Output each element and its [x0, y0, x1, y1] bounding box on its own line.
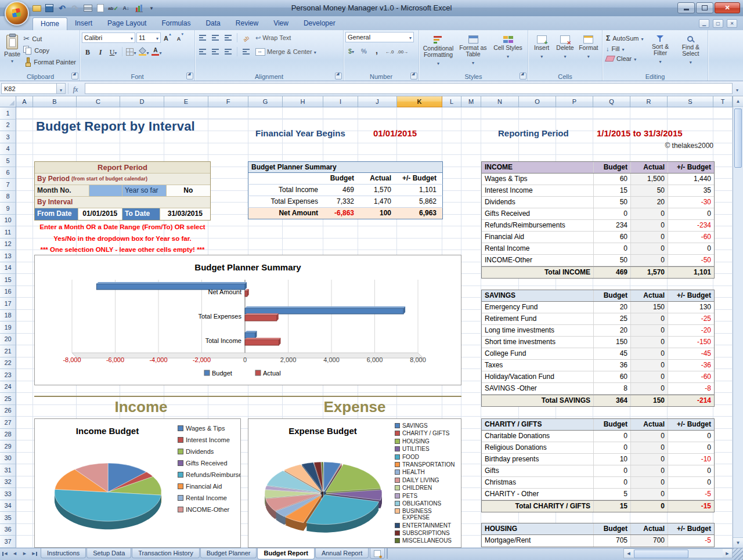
cell[interactable]: 234: [594, 220, 631, 231]
financial-year-label[interactable]: Financial Year Begins: [255, 128, 345, 138]
insert-worksheet-button[interactable]: [370, 548, 385, 559]
cell[interactable]: 5,862: [395, 196, 440, 207]
row-header-29[interactable]: 29: [0, 440, 16, 453]
cell[interactable]: 0: [631, 360, 668, 371]
cell[interactable]: 0: [631, 255, 668, 266]
ribbon-tab-formulas[interactable]: Formulas: [154, 17, 198, 30]
formula-input[interactable]: [85, 83, 733, 94]
align-left-button[interactable]: [197, 46, 208, 57]
vertical-scrollbar[interactable]: [733, 96, 743, 548]
row-header-15[interactable]: 15: [0, 274, 16, 286]
cell[interactable]: 1,570: [358, 185, 395, 196]
cell[interactable]: -6,863: [323, 208, 358, 219]
cell[interactable]: [248, 173, 323, 184]
sheet-tab-setup-data[interactable]: Setup Data: [86, 548, 131, 558]
workbook-close-button[interactable]: [727, 19, 737, 28]
reporting-period-value[interactable]: 1/1/2015 to 31/3/2015: [597, 128, 683, 138]
sheet-tab-budget-planner[interactable]: Budget Planner: [200, 548, 257, 558]
cell[interactable]: -5: [668, 489, 714, 500]
dialog-launcher-icon[interactable]: [335, 73, 342, 80]
column-header-j[interactable]: J: [358, 96, 397, 107]
to-date-value[interactable]: 31/03/2015: [160, 208, 210, 220]
report-period-title[interactable]: Report Period: [35, 162, 210, 174]
dialog-launcher-icon[interactable]: [186, 73, 193, 80]
ribbon-tab-page-layout[interactable]: Page Layout: [100, 17, 154, 30]
tab-scroll-first-button[interactable]: [0, 548, 10, 559]
row-header-11[interactable]: 11: [0, 226, 16, 239]
cell[interactable]: 1,101: [668, 267, 714, 278]
column-header-cell[interactable]: +/- Budget: [668, 523, 714, 534]
workbook-restore-button[interactable]: [713, 19, 723, 28]
cell[interactable]: 100: [358, 208, 395, 219]
autosum-button[interactable]: AutoSum: [604, 34, 645, 43]
row-header-34[interactable]: 34: [0, 500, 16, 512]
cell[interactable]: 469: [594, 267, 631, 278]
scroll-up-button[interactable]: [733, 96, 743, 107]
clear-button[interactable]: Clear: [604, 55, 645, 63]
column-header-k[interactable]: K: [397, 96, 442, 107]
cell[interactable]: Gifts Received: [482, 208, 594, 219]
cell[interactable]: 5: [594, 489, 631, 500]
cell[interactable]: 20: [594, 325, 631, 336]
font-size-select[interactable]: 11: [136, 32, 161, 43]
cell[interactable]: 0: [594, 442, 631, 453]
cell[interactable]: 35: [668, 185, 714, 196]
column-header-o[interactable]: O: [519, 96, 556, 107]
row-header-18[interactable]: 18: [0, 310, 16, 322]
column-header-i[interactable]: I: [323, 96, 358, 107]
column-header-cell[interactable]: Budget: [594, 419, 631, 430]
cell[interactable]: Holiday/Vacation Fund: [482, 371, 594, 382]
copy-button[interactable]: Copy: [21, 45, 78, 55]
row-header-31[interactable]: 31: [0, 464, 16, 476]
cell[interactable]: 15: [594, 185, 631, 196]
cell[interactable]: 0: [631, 371, 668, 382]
row-header-2[interactable]: 2: [0, 120, 16, 132]
column-header-e[interactable]: E: [164, 96, 208, 107]
column-header-b[interactable]: B: [33, 96, 77, 107]
scroll-left-button[interactable]: [624, 549, 633, 558]
column-header-r[interactable]: R: [630, 96, 668, 107]
fill-color-button[interactable]: [138, 46, 150, 57]
cell[interactable]: 0: [631, 454, 668, 465]
sheet-tab-transaction-history[interactable]: Transaction History: [132, 548, 199, 558]
align-center-button[interactable]: [210, 46, 221, 57]
cell[interactable]: 1,440: [668, 174, 714, 185]
column-header-cell[interactable]: Actual: [358, 173, 395, 184]
row-header-6[interactable]: 6: [0, 167, 16, 179]
cell[interactable]: Net Amount: [248, 208, 323, 219]
cell[interactable]: 0: [668, 208, 714, 219]
cell[interactable]: Rental Income: [482, 243, 594, 254]
sort-filter-button[interactable]: Sort & Filter: [645, 32, 675, 70]
grow-font-button[interactable]: [162, 32, 174, 44]
cell[interactable]: 0: [631, 489, 668, 500]
resize-grip[interactable]: [733, 548, 743, 560]
column-header-cell[interactable]: Budget: [594, 290, 631, 301]
align-middle-button[interactable]: [210, 32, 221, 44]
column-header-q[interactable]: Q: [593, 96, 630, 107]
expense-budget-pie-chart[interactable]: Expense Budget SAVINGSCHARITY / GIFTSHOU…: [248, 418, 461, 548]
cell[interactable]: Religious Donations: [482, 442, 594, 453]
row-header-1[interactable]: 1: [0, 107, 16, 120]
cell[interactable]: 0: [668, 477, 714, 488]
decrease-decimal-button[interactable]: [396, 45, 409, 56]
cell[interactable]: Total SAVINGS: [482, 395, 594, 406]
cell[interactable]: -25: [668, 313, 714, 324]
cell[interactable]: Wages & Tips: [482, 174, 594, 185]
row-header-22[interactable]: 22: [0, 357, 16, 370]
column-header-cell[interactable]: +/- Budget: [668, 419, 714, 430]
reporting-period-label[interactable]: Reporting Period: [498, 128, 569, 138]
cell[interactable]: 150: [631, 395, 668, 406]
office-button[interactable]: [5, 1, 29, 26]
cell[interactable]: Birthday presents: [482, 454, 594, 465]
ribbon-tab-view[interactable]: View: [266, 17, 296, 30]
cell[interactable]: 0: [668, 243, 714, 254]
find-select-button[interactable]: Find & Select: [676, 32, 706, 70]
column-header-d[interactable]: D: [120, 96, 164, 107]
align-top-button[interactable]: [197, 32, 208, 44]
cell[interactable]: Retirement Fund: [482, 313, 594, 324]
format-cells-button[interactable]: Format: [577, 32, 600, 70]
cell[interactable]: 700: [631, 535, 668, 547]
vertical-scroll-thumb[interactable]: [734, 109, 742, 168]
from-date-label[interactable]: From Date: [35, 208, 78, 220]
formula-bar-expand-button[interactable]: [733, 83, 742, 94]
